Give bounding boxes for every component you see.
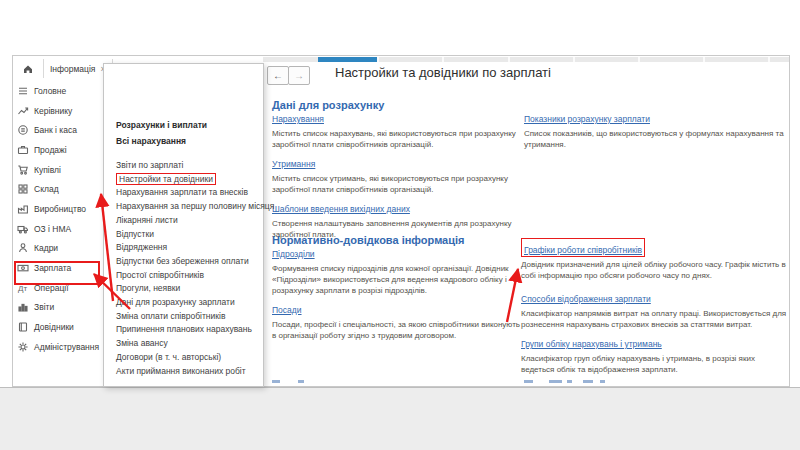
submenu-item-dohovory[interactable]: Договори (в т. ч. авторські) (116, 351, 259, 365)
link-pokaznyky-rozrakhunku[interactable]: Показники розрахунку зарплати (524, 114, 650, 125)
section2-left-column: Підрозділи Формування списку підрозділів… (272, 246, 524, 347)
tab-label: Інформація (50, 64, 95, 74)
factory-icon (17, 203, 30, 215)
tab-indicator (318, 57, 377, 62)
book-icon (17, 321, 30, 333)
list-item: Нарахування Містить список нарахувань, я… (272, 111, 524, 150)
link-description: Формування списку підрозділів для кожної… (272, 263, 524, 296)
link-description: Класифікатор груп обліку нарахувань і ут… (521, 353, 787, 375)
submenu-item-narakhuvannia-pershu-polovynu[interactable]: Нарахування за першу половину місяця (116, 200, 259, 214)
list-item: Утримання Містить список утримань, які в… (272, 156, 524, 195)
annotation-box-nastroiky: Настройки та довідники (116, 173, 216, 185)
submenu-item-likarniani-lysty[interactable]: Лікарняні листи (116, 214, 259, 228)
sidebar: Головне Керівнику Банк і каса Продажі Ку… (13, 81, 104, 384)
link-description: Класифікатор напрямків витрат на оплату … (521, 308, 787, 330)
submenu-header-rozrakhunky[interactable]: Розрахунки і виплати (116, 117, 259, 133)
submenu-item-zvity-po-zarplati[interactable]: Звіти по зарплаті (116, 159, 259, 173)
sidebar-item-sklad[interactable]: Склад (13, 179, 103, 199)
submenu-item-dani-dlia-rozrakhunku[interactable]: Дані для розрахунку зарплати (116, 296, 259, 310)
section1-right-column: Показники розрахунку зарплати Список пок… (524, 111, 784, 156)
cart-icon (17, 164, 30, 176)
link-pidrozdily[interactable]: Підрозділи (272, 249, 315, 260)
list-item: Показники розрахунку зарплати Список пок… (524, 111, 784, 150)
section-title-dani-dlia-rozrakhunku: Дані для розрахунку (272, 99, 384, 111)
clipped-link-fragment (600, 380, 605, 383)
trend-chart-icon (17, 105, 30, 117)
link-description: Довідник призначений для цілей обліку ро… (521, 259, 787, 281)
submenu-item-vidriadzhennia[interactable]: Відрядження (116, 241, 259, 255)
back-arrow-icon: ← (273, 70, 283, 81)
home-tab[interactable] (13, 59, 43, 78)
submenu-item-prohuly-neiavky[interactable]: Прогули, неявки (116, 282, 259, 296)
coin-icon (17, 124, 30, 136)
link-description: Містить список утримань, які використову… (272, 173, 524, 195)
submenu-item-narakhuvannia-zarplaty[interactable]: Нарахування зарплати та внесків (116, 186, 259, 200)
sidebar-item-bank-i-kasa[interactable]: Банк і каса (13, 120, 103, 140)
link-sposoby-vidobrazhennia[interactable]: Способи відображення зарплати (521, 294, 651, 305)
link-hrupy-obliku[interactable]: Групи обліку нарахувань і утримань (521, 339, 662, 350)
sidebar-item-administruvannia[interactable]: Адміністрування (13, 337, 103, 357)
menu-icon (17, 85, 30, 97)
svg-text:Дт: Дт (18, 284, 27, 293)
list-item: Способи відображення зарплати Класифікат… (521, 291, 787, 330)
section-menu-panel: Розрахунки і виплати Всі нарахування Зві… (103, 63, 264, 387)
sidebar-item-kadry[interactable]: Кадри (13, 239, 103, 259)
sidebar-item-vyrobnytstvo[interactable]: Виробництво (13, 199, 103, 219)
content-tab-strip (263, 57, 789, 62)
submenu-header-vsi-narakhuvannia[interactable]: Всі нарахування (116, 133, 259, 149)
section1-left-column: Нарахування Містить список нарахувань, я… (272, 111, 524, 246)
submenu-item-vidpustky-bez-zberezhennia[interactable]: Відпустки без збереження оплати (116, 255, 259, 269)
back-button[interactable]: ← (267, 66, 289, 85)
link-narakhuvannia[interactable]: Нарахування (272, 114, 324, 125)
gear-icon (17, 341, 30, 353)
sidebar-item-prodazhi[interactable]: Продажі (13, 140, 103, 160)
link-utrymannia[interactable]: Утримання (272, 159, 315, 170)
annotation-box-zarplata (14, 261, 100, 285)
briefcase-icon (17, 144, 30, 156)
submenu-item-prostoi[interactable]: Простої співробітників (116, 269, 259, 283)
forward-arrow-icon: → (294, 70, 304, 81)
clipped-link-fragment (298, 380, 304, 383)
link-description: Посади, професії і спеціальності, за яко… (272, 319, 524, 341)
submenu-item-nastroiky-ta-dovidnyky[interactable]: Настройки та довідники (116, 173, 259, 187)
link-posady[interactable]: Посади (272, 305, 302, 316)
submenu-item-vidpustky[interactable]: Відпустки (116, 228, 259, 242)
link-description: Список показників, що використовуються у… (524, 128, 784, 150)
annotation-box-hrafiky: Графіки роботи співробітників (521, 238, 645, 257)
section-title-normatyvno-dovidkova: Нормативно-довідкова інформація (272, 234, 464, 246)
forward-button[interactable]: → (288, 66, 310, 85)
sidebar-item-oz-i-nma[interactable]: ОЗ і НМА (13, 219, 103, 239)
submenu-item-zmina-oplaty[interactable]: Зміна оплати співробітників (116, 310, 259, 324)
person-icon (17, 242, 30, 254)
section2-right-column: Графіки роботи співробітників Довідник п… (521, 242, 787, 381)
list-item: Підрозділи Формування списку підрозділів… (272, 246, 524, 296)
submenu-item-zmina-avansu[interactable]: Зміна авансу (116, 337, 259, 351)
list-item: Групи обліку нарахувань і утримань Класи… (521, 336, 787, 375)
sidebar-item-kupivli[interactable]: Купівлі (13, 160, 103, 180)
desktop-background (0, 387, 800, 450)
link-description: Містить список нарахувань, які використо… (272, 128, 524, 150)
link-shablony-vvedennia[interactable]: Шаблони введення вихідних даних (272, 204, 410, 215)
submenu-item-prypynennia-narakhuvan[interactable]: Припинення планових нарахувань (116, 323, 259, 337)
list-item: Графіки роботи співробітників Довідник п… (521, 242, 787, 281)
page-title: Настройки та довідники по зарплаті (335, 65, 551, 80)
clipped-link-fragment (583, 380, 593, 383)
home-icon (22, 63, 34, 75)
blocks-icon (17, 183, 30, 195)
clipped-link-fragment (272, 380, 280, 383)
clipped-link-fragment (524, 380, 533, 383)
submenu-item-akty-pryimannia[interactable]: Акти приймання виконаних робіт (116, 365, 259, 379)
link-hrafiky-roboty[interactable]: Графіки роботи співробітників (524, 245, 642, 256)
sidebar-item-zvity[interactable]: Звіти (13, 298, 103, 318)
list-item: Посади Посади, професії і спеціальності,… (272, 302, 524, 341)
clipped-link-fragment (549, 380, 562, 383)
sidebar-item-kerivnyku[interactable]: Керівнику (13, 101, 103, 121)
bar-chart-icon (17, 301, 30, 313)
sidebar-item-holovne[interactable]: Головне (13, 81, 103, 101)
sidebar-item-dovidnyky[interactable]: Довідники (13, 317, 103, 337)
clipped-link-fragment (567, 380, 572, 383)
truck-icon (17, 223, 30, 235)
